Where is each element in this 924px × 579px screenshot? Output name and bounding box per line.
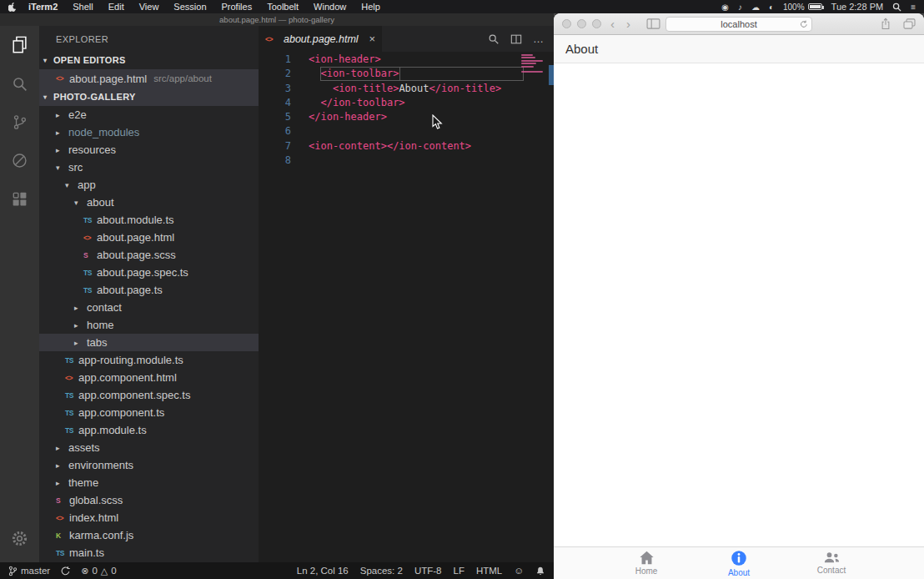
- language-mode[interactable]: HTML: [476, 566, 502, 576]
- menubar-status-icon[interactable]: ☁: [751, 3, 760, 12]
- forward-button[interactable]: ›: [624, 18, 633, 30]
- code-line-4[interactable]: 4 </ion-toolbar>: [259, 96, 554, 110]
- tree-item-app.module.ts[interactable]: TSapp.module.ts: [39, 421, 259, 439]
- tree-item-about.module.ts[interactable]: TSabout.module.ts: [39, 211, 259, 229]
- tree-item-environments[interactable]: ▸environments: [39, 456, 259, 474]
- search-icon[interactable]: [0, 64, 39, 103]
- tree-item-app.component.html[interactable]: <>app.component.html: [39, 369, 259, 386]
- more-actions-icon[interactable]: …: [533, 33, 544, 45]
- tree-item-src[interactable]: ▾src: [39, 159, 259, 176]
- menu-edit[interactable]: Edit: [101, 2, 132, 12]
- menu-session[interactable]: Session: [166, 2, 213, 12]
- line-number: 4: [259, 96, 291, 110]
- tree-item-global.scss[interactable]: Sglobal.scss: [39, 491, 259, 509]
- battery-indicator[interactable]: 100%: [783, 3, 822, 12]
- encoding-setting[interactable]: UTF-8: [414, 566, 442, 576]
- tree-item-main.ts[interactable]: TSmain.ts: [39, 544, 259, 561]
- tree-item-resources[interactable]: ▸resources: [39, 141, 259, 159]
- tree-item-about.page.ts[interactable]: TSabout.page.ts: [39, 281, 259, 299]
- tree-item-e2e[interactable]: ▸e2e: [39, 106, 259, 123]
- code-line-2[interactable]: 2 <ion-toolbar>: [259, 67, 554, 81]
- close-window-button[interactable]: [562, 19, 571, 28]
- split-editor-icon[interactable]: [510, 33, 522, 45]
- minimize-window-button[interactable]: [577, 19, 586, 28]
- tree-item-about[interactable]: ▾about: [39, 194, 259, 211]
- window-controls: [562, 19, 601, 28]
- apple-icon[interactable]: [8, 2, 18, 12]
- address-bar[interactable]: localhost: [665, 17, 812, 32]
- sidebar-toggle-icon[interactable]: [646, 18, 660, 29]
- open-editor-item[interactable]: <> about.page.html src/app/about: [39, 69, 259, 88]
- menubar-clock[interactable]: Tue 2:28 PM: [831, 2, 884, 12]
- notifications-bell-icon[interactable]: [535, 566, 545, 576]
- tree-item-index.html[interactable]: <>index.html: [39, 509, 259, 526]
- code-line-5[interactable]: 5</ion-header>: [259, 110, 554, 124]
- chevron-down-icon: ▾: [74, 199, 87, 207]
- tree-item-karma.conf.js[interactable]: Kkarma.conf.js: [39, 526, 259, 544]
- menu-profiles[interactable]: Profiles: [214, 2, 260, 12]
- code-line-6[interactable]: 6: [259, 124, 554, 138]
- menu-iterm2[interactable]: iTerm2: [21, 2, 65, 12]
- tree-item-theme[interactable]: ▸theme: [39, 474, 259, 491]
- chevron-right-icon: ▸: [56, 479, 68, 487]
- notification-center-icon[interactable]: ≡: [911, 3, 916, 12]
- explorer-icon[interactable]: [0, 26, 39, 64]
- eol-setting[interactable]: LF: [454, 566, 465, 576]
- menu-view[interactable]: View: [132, 2, 167, 12]
- tree-item-about.page.spec.ts[interactable]: TSabout.page.spec.ts: [39, 264, 259, 281]
- tree-item-app.component.ts[interactable]: TSapp.component.ts: [39, 404, 259, 421]
- tree-item-tabs[interactable]: ▸tabs: [39, 334, 259, 351]
- settings-gear-icon[interactable]: [0, 519, 39, 557]
- line-number: 7: [259, 139, 291, 154]
- tree-item-label: about.page.spec.ts: [97, 266, 188, 279]
- share-icon[interactable]: [881, 18, 891, 30]
- menubar-status-icon[interactable]: ♪: [738, 3, 742, 12]
- find-icon[interactable]: [488, 33, 500, 45]
- tree-item-contact[interactable]: ▸contact: [39, 299, 259, 316]
- tab-about-page-html[interactable]: <> about.page.html ×: [259, 26, 382, 52]
- spotlight-icon[interactable]: [892, 3, 901, 12]
- ionic-tab-contact[interactable]: Contact: [786, 547, 878, 579]
- tab-overview-icon[interactable]: [903, 18, 916, 29]
- menu-help[interactable]: Help: [354, 2, 388, 12]
- code-line-3[interactable]: 3 <ion-title>About</ion-title>: [259, 82, 554, 96]
- feedback-smiley-icon[interactable]: ☺: [514, 566, 524, 576]
- ionic-tab-home[interactable]: Home: [600, 547, 693, 579]
- cursor-position[interactable]: Ln 2, Col 16: [297, 566, 349, 576]
- ts-file-icon: TS: [65, 426, 78, 435]
- close-icon[interactable]: ×: [369, 33, 375, 45]
- tree-item-about.page.scss[interactable]: Sabout.page.scss: [39, 246, 259, 264]
- project-section-header[interactable]: ▾ PHOTO-GALLERY: [39, 88, 259, 106]
- problems-indicator[interactable]: ⊗ 0 △ 0: [81, 566, 117, 576]
- menubar-status-icon[interactable]: ◉: [721, 3, 729, 12]
- indentation-setting[interactable]: Spaces: 2: [360, 566, 403, 576]
- menu-shell[interactable]: Shell: [65, 2, 100, 12]
- code-line-8[interactable]: 8: [259, 154, 554, 168]
- debug-icon[interactable]: [0, 141, 39, 179]
- line-text: </ion-header>: [309, 110, 387, 124]
- extensions-icon[interactable]: [0, 179, 39, 218]
- zoom-window-button[interactable]: [592, 19, 601, 28]
- code-line-7[interactable]: 7<ion-content></ion-content>: [259, 139, 554, 154]
- chevron-right-icon: ▸: [74, 321, 87, 330]
- tree-item-node_modules[interactable]: ▸node_modules: [39, 123, 259, 141]
- tree-item-app.component.spec.ts[interactable]: TSapp.component.spec.ts: [39, 386, 259, 404]
- open-editors-section[interactable]: ▾ OPEN EDITORS: [39, 51, 259, 69]
- source-control-icon[interactable]: [0, 103, 39, 141]
- git-branch-indicator[interactable]: master: [8, 566, 50, 576]
- tree-item-home[interactable]: ▸home: [39, 316, 259, 334]
- tree-item-assets[interactable]: ▸assets: [39, 439, 259, 456]
- tree-item-app-routing.module.ts[interactable]: TSapp-routing.module.ts: [39, 351, 259, 369]
- code-line-1[interactable]: 1<ion-header>: [259, 53, 554, 67]
- code-editor[interactable]: 1<ion-header>2 <ion-toolbar>3 <ion-title…: [259, 52, 554, 562]
- menu-window[interactable]: Window: [306, 2, 354, 12]
- menu-toolbelt[interactable]: Toolbelt: [259, 2, 306, 12]
- back-button[interactable]: ‹: [608, 18, 617, 30]
- sync-button[interactable]: [60, 566, 71, 576]
- scss-file-icon: S: [56, 496, 69, 505]
- tree-item-app[interactable]: ▾app: [39, 176, 259, 194]
- ionic-tab-about[interactable]: About: [693, 547, 786, 579]
- tree-item-about.page.html[interactable]: <>about.page.html: [39, 229, 259, 246]
- menubar-status-icon[interactable]: ◐: [769, 3, 774, 12]
- refresh-icon[interactable]: [800, 20, 808, 28]
